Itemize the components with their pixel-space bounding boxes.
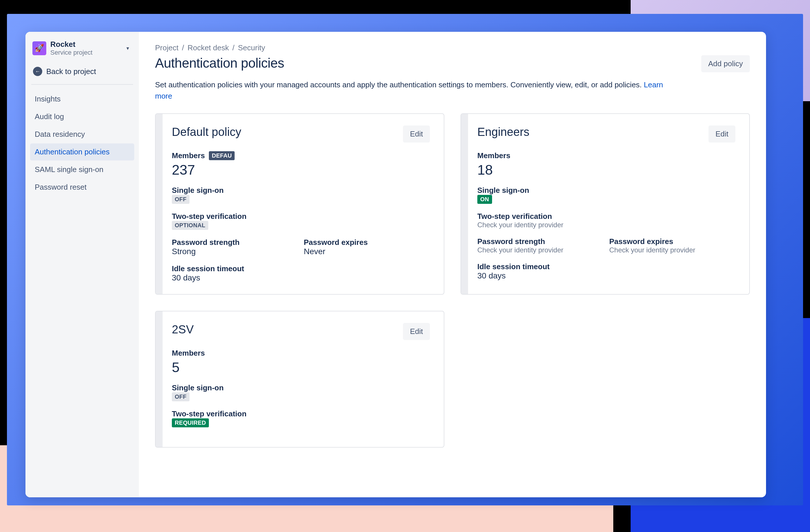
breadcrumb-item[interactable]: Security <box>238 44 265 52</box>
breadcrumb-item[interactable]: Project <box>155 44 178 52</box>
arrow-left-icon: ← <box>33 67 42 76</box>
page-title: Authentication policies <box>155 55 284 71</box>
members-count: 237 <box>172 162 430 178</box>
sidebar-item-authentication-policies[interactable]: Authentication policies <box>30 144 134 161</box>
edit-policy-button[interactable]: Edit <box>403 126 430 143</box>
sso-badge: ON <box>477 195 492 204</box>
pw-expires-label: Password expires <box>609 237 735 246</box>
sidebar-nav: InsightsAudit logData residencyAuthentic… <box>30 90 134 196</box>
main-content: Project / Rocket desk / Security Authent… <box>139 32 766 497</box>
idle-value: 30 days <box>172 273 430 282</box>
divider <box>31 84 133 85</box>
policy-title: Default policy <box>172 126 241 138</box>
members-count: 5 <box>172 360 430 375</box>
breadcrumb-sep: / <box>232 44 234 52</box>
app-window: 🚀 Rocket Service project ▾ ← Back to pro… <box>26 32 766 497</box>
members-label: Members <box>477 151 510 160</box>
sso-label: Single sign-on <box>172 186 430 195</box>
pw-expires-hint: Check your identity provider <box>609 246 735 254</box>
policy-card: Default policyEditMembersDEFAU237Single … <box>155 113 444 295</box>
pw-strength-label: Password strength <box>477 237 603 246</box>
two-step-hint: Check your identity provider <box>477 221 735 229</box>
back-to-project-link[interactable]: ← Back to project <box>30 62 134 84</box>
policy-title: 2SV <box>172 323 194 336</box>
sidebar: 🚀 Rocket Service project ▾ ← Back to pro… <box>26 32 139 497</box>
pw-strength-value: Strong <box>172 247 298 256</box>
project-selector[interactable]: 🚀 Rocket Service project ▾ <box>30 40 134 62</box>
policy-card: 2SVEditMembers5Single sign-onOFFTwo-step… <box>155 311 444 448</box>
two-step-label: Two-step verification <box>477 212 735 221</box>
members-label: Members <box>172 151 205 160</box>
two-step-label: Two-step verification <box>172 410 430 418</box>
sidebar-item-audit-log[interactable]: Audit log <box>30 108 134 125</box>
members-count: 18 <box>477 162 735 178</box>
pw-strength-hint: Check your identity provider <box>477 246 603 254</box>
sidebar-item-insights[interactable]: Insights <box>30 90 134 107</box>
breadcrumb-sep: / <box>182 44 184 52</box>
idle-value: 30 days <box>477 271 735 280</box>
pw-strength-label: Password strength <box>172 238 298 247</box>
two-step-label: Two-step verification <box>172 212 430 221</box>
two-step-badge: OPTIONAL <box>172 221 208 230</box>
sso-label: Single sign-on <box>172 383 430 392</box>
idle-label: Idle session timeout <box>477 262 735 271</box>
two-step-badge: REQUIRED <box>172 418 209 427</box>
rocket-icon: 🚀 <box>32 41 46 55</box>
idle-label: Idle session timeout <box>172 264 430 273</box>
card-accent <box>156 114 163 294</box>
edit-policy-button[interactable]: Edit <box>403 323 430 340</box>
project-name: Rocket <box>50 40 123 49</box>
sidebar-item-saml-single-sign-on[interactable]: SAML single sign-on <box>30 161 134 178</box>
policy-title: Engineers <box>477 126 530 138</box>
members-label: Members <box>172 349 205 358</box>
back-link-label: Back to project <box>46 67 96 76</box>
sso-label: Single sign-on <box>477 186 735 195</box>
policy-card: EngineersEditMembers18Single sign-onONTw… <box>460 113 750 295</box>
sso-badge: OFF <box>172 195 190 204</box>
sidebar-item-password-reset[interactable]: Password reset <box>30 179 134 196</box>
edit-policy-button[interactable]: Edit <box>709 126 735 143</box>
pw-expires-value: Never <box>304 247 430 256</box>
breadcrumb-item[interactable]: Rocket desk <box>188 44 229 52</box>
policies-grid: Default policyEditMembersDEFAU237Single … <box>155 113 750 448</box>
sso-badge: OFF <box>172 392 190 401</box>
chevron-down-icon: ▾ <box>126 45 129 51</box>
default-badge: DEFAU <box>209 151 234 160</box>
card-accent <box>461 114 468 294</box>
page-description: Set authentication policies with your ma… <box>155 79 682 102</box>
pw-expires-label: Password expires <box>304 238 430 247</box>
breadcrumb: Project / Rocket desk / Security <box>155 44 750 52</box>
card-accent <box>156 311 163 447</box>
project-type: Service project <box>50 49 123 56</box>
add-policy-button[interactable]: Add policy <box>701 55 750 72</box>
sidebar-item-data-residency[interactable]: Data residency <box>30 126 134 143</box>
